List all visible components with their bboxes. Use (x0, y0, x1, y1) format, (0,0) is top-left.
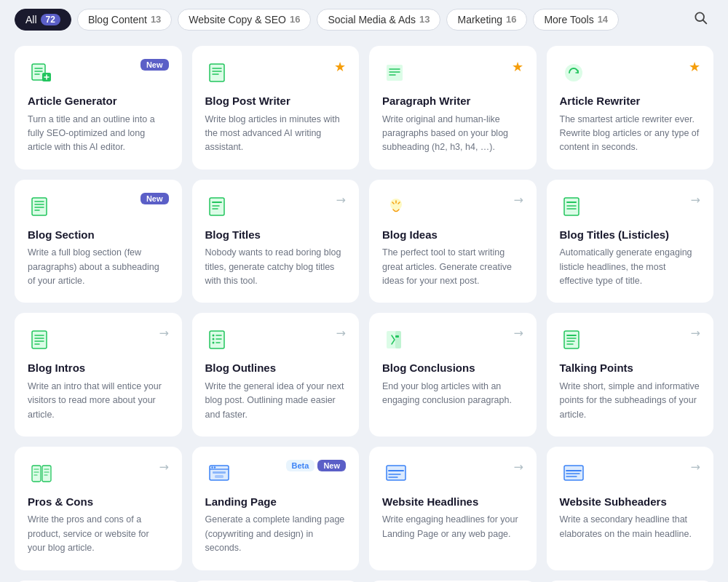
card-desc: Write original and human-like paragraphs… (382, 113, 523, 155)
badge-beta: Beta (286, 460, 315, 471)
pros-cons-icon (28, 460, 55, 487)
blog-content-label: Blog Content (88, 14, 147, 25)
card-top: ↗ (382, 460, 523, 487)
article-rewriter-icon (560, 59, 587, 87)
card-title: Website Subheaders (560, 495, 701, 509)
svg-rect-13 (387, 65, 403, 81)
svg-rect-35 (32, 331, 47, 348)
card-title: Blog Post Writer (205, 94, 347, 108)
more-tools-count: 14 (598, 14, 608, 25)
website-headlines-icon (382, 460, 410, 487)
card-desc: Write blog articles in minutes with the … (205, 113, 347, 155)
svg-rect-9 (210, 64, 224, 81)
card-title: Blog Titles (Listicles) (560, 228, 701, 242)
card-badges: ↗ (336, 193, 346, 207)
card-desc: Automatically generate engaging listicle… (560, 246, 701, 288)
card-top: ★ (382, 59, 523, 87)
blog-conclusions-icon (382, 326, 410, 354)
card-title: Talking Points (560, 361, 701, 375)
svg-rect-56 (42, 466, 51, 482)
svg-point-66 (213, 466, 215, 468)
card-title: Blog Titles (205, 228, 347, 242)
arrow-icon: ↗ (156, 458, 173, 475)
card-badges: ★ (512, 59, 523, 75)
card-top: New (28, 193, 169, 220)
nav-pill-social-media-ads[interactable]: Social Media & Ads 13 (317, 9, 440, 31)
card-talking-points[interactable]: ↗ Talking Points Write short, simple and… (547, 313, 714, 436)
card-title: Blog Intros (28, 361, 169, 375)
card-badges: ↗ (159, 460, 169, 474)
card-top: ↗ (560, 460, 701, 487)
arrow-icon: ↗ (333, 324, 349, 341)
card-blog-titles-listicles[interactable]: ↗ Blog Titles (Listicles) Automatically … (547, 180, 714, 303)
card-website-headlines[interactable]: ↗ Website Headlines Write engaging headl… (369, 447, 537, 570)
blog-intros-icon (28, 326, 55, 354)
card-top: ★ (560, 59, 701, 87)
card-blog-post-writer[interactable]: ★ Blog Post Writer Write blog articles i… (192, 46, 360, 170)
svg-rect-31 (564, 198, 579, 215)
card-desc: Generate a complete landing page (copywr… (205, 513, 347, 555)
card-pros-cons[interactable]: ↗ Pros & Cons Write the pros and cons of… (15, 447, 182, 570)
star-icon: ★ (689, 59, 700, 75)
card-top: ↗ (28, 326, 169, 354)
marketing-label: Marketing (457, 14, 502, 25)
card-blog-titles[interactable]: ↗ Blog Titles Nobody wants to read borin… (192, 180, 360, 303)
card-desc: Write a secondary headline that elaborat… (560, 513, 701, 541)
blog-post-writer-icon (205, 59, 233, 87)
card-blog-section[interactable]: New Blog Section Write a full blog secti… (15, 180, 182, 303)
all-label: All (25, 14, 37, 25)
svg-point-43 (212, 338, 214, 340)
card-paragraph-writer[interactable]: ★ Paragraph Writer Write original and hu… (369, 46, 537, 170)
card-landing-page[interactable]: Beta New Landing Page Generate a complet… (192, 447, 360, 570)
card-top: ↗ (382, 326, 523, 354)
card-blog-outlines[interactable]: ↗ Blog Outlines Write the general idea o… (192, 313, 360, 436)
marketing-count: 16 (506, 14, 516, 25)
nav-pill-blog-content[interactable]: Blog Content 13 (77, 9, 172, 31)
card-blog-ideas[interactable]: ↗ Blog Ideas The perfect tool to start w… (369, 180, 537, 303)
card-desc: The perfect tool to start writing great … (382, 246, 523, 288)
card-desc: Write engaging headlines for your Landin… (382, 513, 523, 541)
nav-pill-more-tools[interactable]: More Tools 14 (533, 9, 619, 31)
card-title: Article Rewriter (560, 94, 701, 108)
card-badges: ★ (689, 59, 700, 75)
card-badges: ↗ (336, 326, 346, 340)
card-badges: ↗ (691, 326, 700, 340)
search-icon (693, 10, 708, 25)
card-badges: ★ (334, 59, 346, 75)
search-button[interactable] (687, 7, 713, 31)
nav-pill-all[interactable]: All 72 (15, 9, 71, 31)
card-badges: ↗ (514, 326, 523, 340)
card-desc: Turn a title and an outline into a fully… (28, 113, 169, 155)
card-blog-conclusions[interactable]: ↗ Blog Conclusions End your blog article… (369, 313, 537, 436)
card-article-rewriter[interactable]: ★ Article Rewriter The smartest article … (547, 46, 714, 170)
landing-page-icon (205, 460, 233, 487)
svg-point-65 (211, 466, 213, 468)
card-title: Blog Ideas (382, 228, 523, 242)
svg-rect-48 (395, 331, 401, 348)
svg-rect-18 (32, 198, 47, 215)
card-badges: Beta New (286, 460, 346, 471)
card-desc: Write a full blog section (few paragraph… (28, 246, 169, 288)
more-tools-label: More Tools (544, 14, 593, 25)
svg-rect-55 (32, 466, 41, 482)
nav-pill-website-copy-seo[interactable]: Website Copy & SEO 16 (178, 9, 311, 31)
card-desc: Nobody wants to read boring blog titles,… (205, 246, 347, 288)
svg-rect-23 (210, 198, 224, 215)
blog-titles-icon (205, 193, 233, 220)
svg-rect-68 (215, 475, 223, 478)
card-top: ★ (205, 59, 347, 87)
card-title: Blog Section (28, 228, 169, 242)
svg-line-1 (703, 20, 707, 24)
card-website-subheaders[interactable]: ↗ Website Subheaders Write a secondary h… (547, 447, 714, 570)
card-badges: ↗ (514, 193, 523, 207)
svg-rect-40 (210, 331, 224, 348)
blog-content-count: 13 (151, 14, 161, 25)
svg-rect-69 (387, 466, 405, 480)
arrow-icon: ↗ (510, 191, 527, 208)
card-desc: Write short, simple and informative poin… (560, 380, 701, 422)
nav-pill-marketing[interactable]: Marketing 16 (446, 9, 527, 31)
card-article-generator[interactable]: New Article Generator Turn a title and a… (15, 46, 182, 170)
card-blog-intros[interactable]: ↗ Blog Intros Write an intro that will e… (15, 313, 182, 436)
top-nav: All 72 Blog Content 13 Website Copy & SE… (0, 0, 728, 39)
badge-new: New (317, 460, 346, 471)
